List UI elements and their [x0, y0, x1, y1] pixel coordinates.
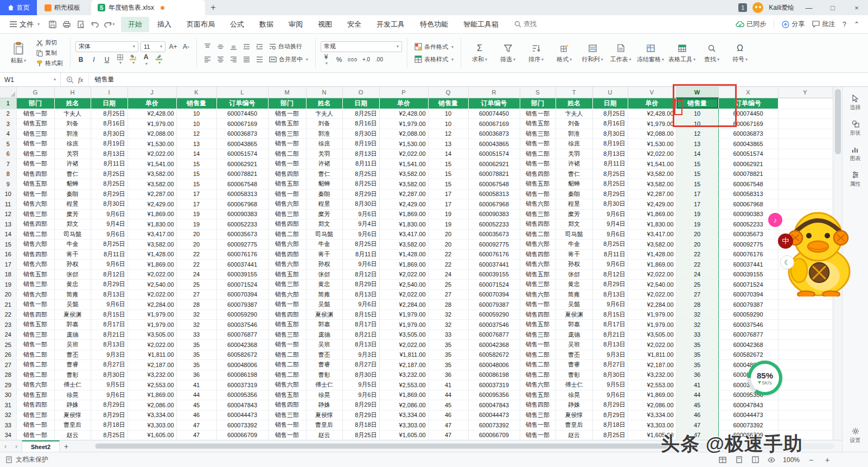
cell[interactable]: 黄忠 — [54, 280, 91, 290]
cell[interactable]: 销售五部 — [520, 179, 556, 190]
cell[interactable]: 8月25日 — [592, 169, 628, 179]
cell[interactable]: ¥3,582.00 — [127, 179, 176, 190]
menu-tab-dev-tools[interactable]: 开发工具 — [369, 17, 412, 32]
cell[interactable]: 吴懿 — [306, 300, 342, 310]
cell[interactable]: 600037546 — [468, 320, 520, 330]
cell[interactable]: 19 — [676, 209, 718, 219]
cell[interactable]: 曹仁 — [556, 169, 592, 179]
cell[interactable]: 销售一部 — [520, 139, 556, 149]
font-name-select[interactable]: 宋体▾ — [75, 41, 138, 52]
cell[interactable]: 8月27日 — [91, 360, 127, 370]
right-tool-select[interactable]: 选择 — [850, 94, 861, 111]
sort-button[interactable]: 排序▾ — [522, 41, 550, 66]
cell[interactable]: ¥2,187.00 — [628, 360, 676, 370]
cell[interactable]: ¥1,869.00 — [628, 209, 676, 219]
cell[interactable]: ¥3,582.00 — [379, 179, 428, 190]
cell[interactable]: 600036873 — [718, 129, 778, 139]
cell[interactable]: 600042368 — [718, 340, 778, 350]
cell[interactable]: 8月25日 — [342, 239, 379, 250]
cell[interactable]: 销售六部 — [520, 289, 556, 300]
cell[interactable]: 13 — [176, 139, 216, 149]
cell[interactable]: 郭淮 — [306, 129, 342, 139]
cell[interactable]: ¥2,088.00 — [127, 129, 176, 139]
cell[interactable] — [778, 360, 832, 370]
undo-button[interactable] — [88, 18, 101, 31]
cell[interactable]: 销售三部 — [16, 209, 54, 219]
cell[interactable]: ¥3,582.00 — [379, 239, 428, 250]
cell[interactable]: 8月16日 — [592, 119, 628, 129]
cell[interactable] — [778, 300, 832, 310]
sheet-nav-next[interactable]: › — [11, 440, 22, 452]
cell[interactable] — [778, 109, 832, 119]
cell[interactable]: 8月13日 — [91, 149, 127, 159]
rows-columns-button[interactable]: 行和列▾ — [579, 41, 606, 66]
cell[interactable]: ¥2,022.00 — [379, 340, 428, 350]
cell[interactable]: 销售四部 — [16, 169, 54, 179]
cell[interactable]: ¥1,530.00 — [379, 139, 428, 149]
cell[interactable]: 静姝 — [556, 400, 592, 411]
cell[interactable]: 600076877 — [468, 330, 520, 340]
grow-font-button[interactable]: A+ — [168, 41, 178, 52]
cell[interactable]: 25 — [176, 280, 216, 290]
menu-tab-insert[interactable]: 插入 — [150, 17, 178, 32]
cell[interactable]: ¥2,088.00 — [379, 129, 428, 139]
cell[interactable]: 8月29日 — [91, 280, 127, 290]
cell[interactable]: 销售三部 — [268, 209, 306, 219]
cell[interactable]: ¥2,086.00 — [628, 400, 676, 411]
cell[interactable]: 8月27日 — [342, 360, 379, 370]
row-header-11[interactable]: 11 — [0, 199, 16, 210]
cell[interactable]: 许褚 — [306, 159, 342, 169]
merge-center-button[interactable]: 合并居中▾ — [267, 54, 310, 65]
cell[interactable]: 销售一部 — [520, 189, 556, 199]
cell[interactable]: 订单编号 — [216, 98, 268, 109]
cell[interactable]: 曹睿 — [306, 360, 342, 370]
cell[interactable]: 销售一部 — [16, 159, 54, 169]
cell[interactable]: 9月6日 — [91, 209, 127, 219]
cell[interactable]: 8月29日 — [592, 410, 628, 420]
add-sheet-button[interactable]: + — [60, 440, 73, 452]
cell[interactable]: 曹皇后 — [306, 420, 342, 431]
home-tab[interactable]: 首页 — [0, 0, 37, 15]
cell[interactable] — [778, 420, 832, 431]
cell[interactable]: 8月19日 — [592, 139, 628, 149]
cell[interactable]: 卞夫人 — [556, 109, 592, 119]
cell[interactable]: 销售五部 — [16, 269, 54, 280]
cell[interactable]: 10 — [176, 109, 216, 119]
cell[interactable]: 销售三部 — [16, 280, 54, 290]
cell[interactable]: 46 — [428, 410, 468, 420]
cell[interactable]: ¥3,417.00 — [379, 229, 428, 239]
cell[interactable]: 销售一部 — [268, 340, 306, 350]
cell[interactable]: 黄忠 — [556, 280, 592, 290]
cut-button[interactable]: 剪切 — [34, 38, 65, 47]
cell[interactable]: 32 — [428, 310, 468, 320]
cell[interactable]: 600067968 — [216, 199, 268, 210]
cell[interactable]: 9月6日 — [91, 260, 127, 270]
cell[interactable]: 8月25日 — [91, 109, 127, 119]
cell[interactable]: 傅士仁 — [556, 380, 592, 390]
worksheet-button[interactable]: 工作表▾ — [607, 41, 634, 66]
cell[interactable]: 8月25日 — [592, 430, 628, 440]
cell[interactable]: ¥2,428.00 — [628, 109, 676, 119]
cell[interactable]: 600070394 — [468, 289, 520, 300]
cell[interactable]: 600092775 — [718, 239, 778, 250]
cell[interactable]: 销售五部 — [268, 390, 306, 400]
cell[interactable]: 销售一部 — [268, 430, 306, 440]
cell[interactable]: 卞夫人 — [54, 109, 91, 119]
cell[interactable]: 17 — [176, 199, 216, 210]
cell[interactable]: 销售四部 — [520, 400, 556, 411]
cell[interactable]: 8月25日 — [342, 109, 379, 119]
cell[interactable]: 程昱 — [54, 199, 91, 210]
menu-tab-view[interactable]: 视图 — [311, 17, 339, 32]
cell[interactable]: 单价 — [628, 98, 676, 109]
cell[interactable]: 销售四部 — [16, 400, 54, 411]
symbol-button[interactable]: Ω符号▾ — [726, 41, 754, 66]
docer-template-tab[interactable]: 稻壳模板 — [37, 0, 88, 15]
file-menu-button[interactable]: 文件▾ — [4, 17, 45, 31]
cell[interactable]: 8月27日 — [592, 360, 628, 370]
cell[interactable]: 600059290 — [468, 310, 520, 320]
cell[interactable]: 600035673 — [468, 229, 520, 239]
cell[interactable]: 47 — [176, 420, 216, 431]
cell[interactable]: 8月25日 — [91, 179, 127, 190]
cell[interactable]: 销售五部 — [16, 119, 54, 129]
cell[interactable]: 15 — [676, 169, 718, 179]
